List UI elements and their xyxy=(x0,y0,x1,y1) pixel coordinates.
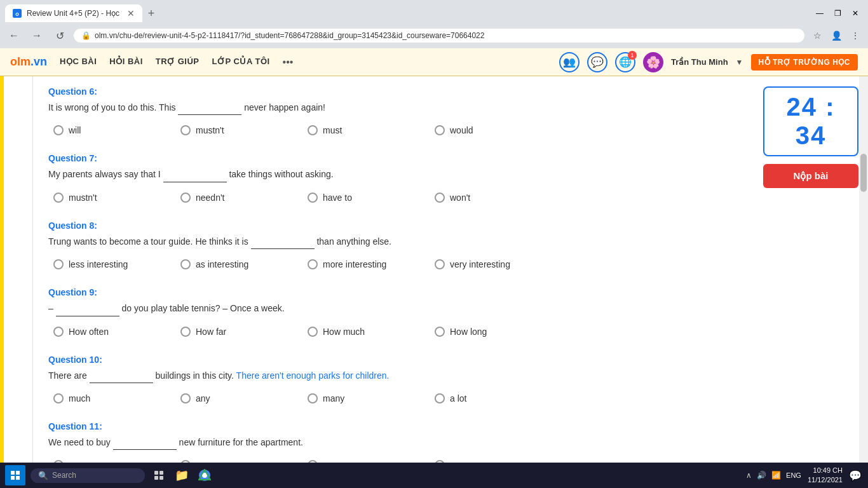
nav-lop-cua-toi[interactable]: LỚP CỦA TÔI xyxy=(212,57,270,68)
option-q7-neednt[interactable]: needn't xyxy=(175,190,302,205)
olm-logo[interactable]: olm.vn xyxy=(10,55,47,69)
radio-q6-would[interactable] xyxy=(435,125,445,135)
radio-q9-howfar[interactable] xyxy=(180,327,191,337)
olm-navigation: olm.vn HỌC BÀI HỎI BÀI TRỢ GIÚP LỚP CỦA … xyxy=(0,48,868,76)
start-btn[interactable] xyxy=(5,465,25,485)
dropdown-arrow[interactable]: ▼ xyxy=(736,58,743,67)
support-btn[interactable]: HỖ TRỢ TRƯỜNG HỌC xyxy=(751,54,858,71)
radio-q7-haveto[interactable] xyxy=(308,193,318,203)
nav-links: HỌC BÀI HỎI BÀI TRỢ GIÚP LỚP CỦA TÔI ••• xyxy=(60,57,293,68)
nav-hoc-bai[interactable]: HỌC BÀI xyxy=(60,57,97,68)
option-q6-mustnt[interactable]: mustn't xyxy=(175,123,302,138)
question-6-block: Question 6: It is wrong of you to do thi… xyxy=(48,86,738,138)
up-arrow-icon[interactable]: ∧ xyxy=(745,470,753,481)
bookmark-icon[interactable]: ☆ xyxy=(810,28,825,43)
window-controls: — ❐ ✕ xyxy=(812,6,863,21)
question-10-options: much any many a lot xyxy=(48,391,738,406)
radio-q10-much[interactable] xyxy=(53,393,64,403)
option-text-q10-any: any xyxy=(196,393,210,403)
radio-q8-more[interactable] xyxy=(308,259,318,269)
option-q10-alot[interactable]: a lot xyxy=(430,391,557,406)
nav-hoi-bai[interactable]: HỎI BÀI xyxy=(109,57,143,68)
option-q10-much[interactable]: much xyxy=(48,391,175,406)
notification-center-icon[interactable]: 💬 xyxy=(848,468,863,483)
lang-label[interactable]: ENG xyxy=(785,470,803,480)
radio-q6-must[interactable] xyxy=(308,125,318,135)
option-q8-very[interactable]: very interesting xyxy=(430,257,557,272)
chat-icon-btn[interactable]: 💬 xyxy=(587,52,607,72)
radio-q8-as[interactable] xyxy=(180,259,191,269)
option-q9-howoften[interactable]: How often xyxy=(48,324,175,339)
option-q8-as[interactable]: as interesting xyxy=(175,257,302,272)
left-sidebar xyxy=(0,76,33,488)
nav-more-btn[interactable]: ••• xyxy=(283,57,294,68)
radio-q8-less[interactable] xyxy=(53,259,64,269)
question-8-options: less interesting as interesting more int… xyxy=(48,257,738,272)
tab-close-btn[interactable]: ✕ xyxy=(127,8,135,18)
option-text-q9-howlong: How long xyxy=(450,327,487,337)
forward-btn[interactable]: → xyxy=(28,27,46,44)
submit-btn[interactable]: Nộp bài xyxy=(763,164,858,188)
speaker-icon[interactable]: 🔊 xyxy=(756,470,768,481)
chrome-taskbar-btn[interactable] xyxy=(196,466,214,484)
svg-rect-2 xyxy=(11,471,15,475)
option-q10-many[interactable]: many xyxy=(302,391,430,406)
file-explorer-btn[interactable]: 📁 xyxy=(173,466,191,484)
question-9-text: – do you play table tennis? – Once a wee… xyxy=(48,301,738,316)
refresh-btn[interactable]: ↺ xyxy=(51,27,69,44)
option-q7-mustnt[interactable]: mustn't xyxy=(48,190,175,205)
radio-q6-mustnt[interactable] xyxy=(180,125,191,135)
radio-q10-alot[interactable] xyxy=(435,393,445,403)
user-name[interactable]: Trần Thu Minh xyxy=(671,57,728,67)
user-avatar[interactable]: 🌸 xyxy=(643,52,663,72)
svg-rect-5 xyxy=(16,476,20,480)
menu-icon[interactable]: ⋮ xyxy=(848,28,863,43)
notification-btn[interactable]: 🌐 1 xyxy=(615,52,635,72)
option-text-q8-as: as interesting xyxy=(196,259,248,269)
active-tab[interactable]: o Review Unit 4+5 (P2) - Học trực... ✕ xyxy=(5,4,142,22)
minimize-btn[interactable]: — xyxy=(812,6,827,21)
radio-q9-howmuch[interactable] xyxy=(308,327,318,337)
svg-rect-8 xyxy=(154,476,158,480)
addr-actions: ☆ 👤 ⋮ xyxy=(810,28,863,43)
option-q9-howfar[interactable]: How far xyxy=(175,324,302,339)
tab-favicon: o xyxy=(13,9,22,18)
maximize-btn[interactable]: ❐ xyxy=(830,6,845,21)
option-text-q6-must: must xyxy=(323,125,342,135)
radio-q7-wont[interactable] xyxy=(435,193,445,203)
close-btn[interactable]: ✕ xyxy=(848,6,863,21)
radio-q10-any[interactable] xyxy=(180,393,191,403)
scrollbar-thumb[interactable] xyxy=(860,154,867,192)
svg-rect-7 xyxy=(159,471,163,475)
option-q6-will[interactable]: will xyxy=(48,123,175,138)
radio-q9-howoften[interactable] xyxy=(53,327,64,337)
option-q6-must[interactable]: must xyxy=(302,123,430,138)
taskbar-search[interactable]: 🔍 Search xyxy=(31,468,145,483)
option-q8-less[interactable]: less interesting xyxy=(48,257,175,272)
url-bar[interactable]: 🔒 olm.vn/chu-de/review-unit-4-5-p2-11184… xyxy=(74,29,804,43)
new-tab-btn[interactable]: + xyxy=(142,4,160,22)
taskbar: 🔍 Search 📁 ∧ 🔊 📶 ENG 10:49 CH 11/12/2021… xyxy=(0,463,868,488)
option-q10-any[interactable]: any xyxy=(175,391,302,406)
radio-q8-very[interactable] xyxy=(435,259,445,269)
option-text-q6-will: will xyxy=(69,125,81,135)
radio-q7-neednt[interactable] xyxy=(180,193,191,203)
nav-tro-giup[interactable]: TRỢ GIÚP xyxy=(156,57,200,68)
radio-q9-howlong[interactable] xyxy=(435,327,445,337)
option-q8-more[interactable]: more interesting xyxy=(302,257,430,272)
option-q7-haveto[interactable]: have to xyxy=(302,190,430,205)
option-q7-wont[interactable]: won't xyxy=(430,190,557,205)
taskview-btn[interactable] xyxy=(150,466,168,484)
radio-q7-mustnt[interactable] xyxy=(53,193,64,203)
wifi-icon[interactable]: 📶 xyxy=(770,470,782,481)
option-q6-would[interactable]: would xyxy=(430,123,557,138)
svg-rect-3 xyxy=(16,471,20,475)
option-q9-howlong[interactable]: How long xyxy=(430,324,557,339)
radio-q10-many[interactable] xyxy=(308,393,318,403)
radio-q6-will[interactable] xyxy=(53,125,64,135)
back-btn[interactable]: ← xyxy=(5,27,23,44)
option-q9-howmuch[interactable]: How much xyxy=(302,324,430,339)
people-icon-btn[interactable]: 👥 xyxy=(559,52,580,72)
search-icon: 🔍 xyxy=(38,471,48,480)
profile-icon[interactable]: 👤 xyxy=(829,28,844,43)
